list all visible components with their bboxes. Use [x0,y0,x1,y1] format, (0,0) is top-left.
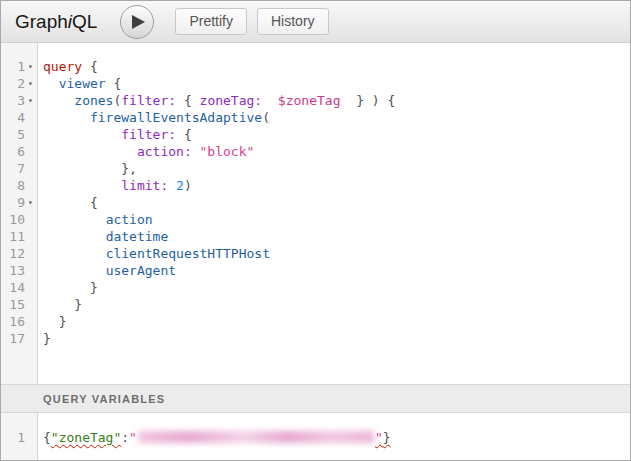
line-number: 4 [17,109,25,126]
line-number: 12 [9,245,25,262]
token: "block" [200,144,255,159]
token: filter: [121,127,176,142]
token: filter: [121,93,176,108]
token [168,178,176,193]
code-text: action: "block" [38,143,254,160]
gutter: 14 [1,279,38,296]
token: { [387,93,395,108]
code-line[interactable]: 11 datetime [1,228,630,245]
line-number: 6 [17,143,25,160]
query-editor[interactable]: 1▾query {2▾ viewer {3▾ zones(filter: { z… [1,43,630,384]
token: clientRequestHTTPHost [106,246,270,261]
query-variables-header[interactable]: QUERY VARIABLES [1,384,630,413]
logo-text: Graph [15,11,68,32]
line-number: 16 [9,313,25,330]
code-text: firewallEventsAdaptive( [38,109,270,126]
token [43,144,137,159]
token [192,93,200,108]
code-line[interactable]: 5 filter: { [1,126,630,143]
code-text: datetime [38,228,168,245]
token: { [43,430,51,445]
code-line[interactable]: 12 clientRequestHTTPHost [1,245,630,262]
token [43,263,106,278]
code-line[interactable]: 8 limit: 2) [1,177,630,194]
token: { [113,76,121,91]
redacted-zone-tag-value [138,431,374,443]
gutter: 4 [1,109,38,126]
line-number: 2 [17,75,25,92]
history-button[interactable]: History [257,8,329,35]
token [43,195,90,210]
fold-arrow-icon[interactable]: ▾ [25,75,36,92]
code-text: } [38,330,51,347]
gutter: 6 [1,143,38,160]
token: } [90,280,98,295]
code-line[interactable]: 15 } [1,296,630,313]
gutter: 17 [1,330,38,347]
token: action: [137,144,192,159]
token: { [184,127,192,142]
logo-text-suffix: QL [72,11,97,32]
token: ( [262,110,270,125]
code-line[interactable]: 3▾ zones(filter: { zoneTag: $zoneTag } )… [1,92,630,109]
token [82,59,90,74]
code-line[interactable]: 1{"zoneTag":""} [1,429,630,446]
token [43,229,106,244]
code-text: {"zoneTag":""} [38,429,391,446]
play-icon [128,14,146,30]
line-number: 5 [17,126,25,143]
code-line[interactable]: 7 }, [1,160,630,177]
token: firewallEventsAdaptive [90,110,262,125]
code-line[interactable]: 10 action [1,211,630,228]
token [43,314,59,329]
variables-editor[interactable]: 1{"zoneTag":""} [1,413,630,460]
code-text: }, [38,160,137,177]
app-logo: GraphiQL [15,11,97,33]
code-text: zones(filter: { zoneTag: $zoneTag } ) { [38,92,395,109]
token [43,93,74,108]
gutter: 12 [1,245,38,262]
prettify-button[interactable]: Prettify [175,8,247,35]
graphiql-app: GraphiQL Prettify History 1▾query {2▾ vi… [0,0,631,461]
code-line[interactable]: 1▾query { [1,58,630,75]
code-line[interactable]: 13 userAgent [1,262,630,279]
fold-arrow-icon[interactable]: ▾ [25,58,36,75]
token: ) [372,93,380,108]
token: } [356,93,364,108]
gutter: 15 [1,296,38,313]
token [43,246,106,261]
fold-arrow-icon[interactable]: ▾ [25,194,36,211]
code-line[interactable]: 4 firewallEventsAdaptive( [1,109,630,126]
code-text: clientRequestHTTPHost [38,245,270,262]
code-line[interactable]: 16 } [1,313,630,330]
code-line[interactable]: 14 } [1,279,630,296]
token [43,76,59,91]
code-line[interactable]: 6 action: "block" [1,143,630,160]
token [43,178,121,193]
token: "zoneTag" [51,430,121,445]
code-line[interactable]: 17} [1,330,630,347]
code-text: } [38,279,98,296]
code-text: viewer { [38,75,121,92]
token: } [74,297,82,312]
code-text: query { [38,58,98,75]
token [176,127,184,142]
execute-button[interactable] [120,5,154,39]
token: datetime [106,229,169,244]
token [43,127,121,142]
code-line[interactable]: 2▾ viewer { [1,75,630,92]
token [176,93,184,108]
token [43,110,90,125]
gutter: 7 [1,160,38,177]
token: zones [74,93,113,108]
fold-arrow-icon[interactable]: ▾ [25,92,36,109]
token: zoneTag: [200,93,263,108]
line-number: 7 [17,160,25,177]
token [43,212,106,227]
code-line[interactable]: 9▾ { [1,194,630,211]
token: : [121,430,129,445]
gutter: 1 [1,429,38,446]
token: { [184,93,192,108]
line-number: 1 [17,58,25,75]
code-text: } [38,296,82,313]
